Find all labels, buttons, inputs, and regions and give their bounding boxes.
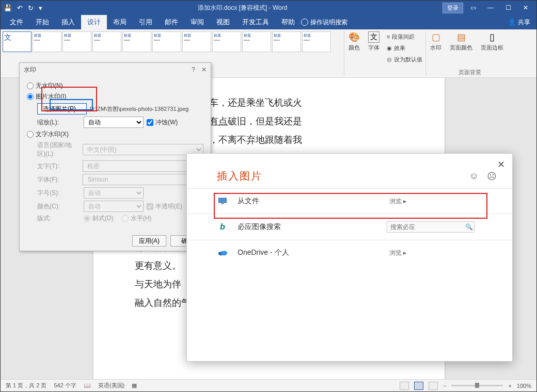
bing-icon: b bbox=[217, 222, 228, 232]
option-label: OneDrive - 个人 bbox=[238, 248, 289, 257]
save-icon[interactable]: 💾 bbox=[4, 4, 12, 12]
font-select: Simsun bbox=[83, 174, 203, 185]
bing-search-input[interactable] bbox=[387, 221, 475, 233]
color-label: 颜色(C): bbox=[37, 202, 81, 211]
radio-picture-watermark[interactable]: 图片水印(I) bbox=[27, 92, 66, 101]
share-button[interactable]: 👤共享 bbox=[508, 18, 530, 27]
qat-more-icon[interactable]: ▾ bbox=[39, 4, 42, 12]
theme-thumb[interactable]: 标题━━━ bbox=[33, 31, 61, 52]
tab-help[interactable]: 帮助 bbox=[275, 15, 301, 29]
tell-me[interactable]: 操作说明搜索 bbox=[301, 15, 348, 29]
maximize-icon[interactable]: ☐ bbox=[500, 4, 516, 11]
watermark-icon: ▢ bbox=[430, 31, 441, 43]
dialog-title: 水印 bbox=[24, 66, 36, 74]
tab-developer[interactable]: 开发工具 bbox=[236, 15, 275, 29]
scale-label: 缩放(L): bbox=[37, 118, 81, 127]
tab-design[interactable]: 设计 bbox=[81, 15, 107, 29]
search-icon[interactable]: 🔍 bbox=[465, 223, 473, 231]
spacing-icon: ≡ bbox=[387, 34, 390, 40]
theme-thumb[interactable]: 标题━━━ bbox=[182, 31, 211, 52]
theme-thumb[interactable]: 标题━━━ bbox=[212, 31, 241, 52]
theme-thumb[interactable]: 文 bbox=[3, 31, 31, 52]
effects-button[interactable]: ◉效果 bbox=[387, 43, 422, 53]
close-icon[interactable]: ✕ bbox=[518, 4, 533, 11]
help-icon[interactable]: ? bbox=[192, 66, 195, 73]
semitransparent-checkbox: 半透明(E) bbox=[147, 202, 182, 211]
set-default-button[interactable]: ◎设为默认值 bbox=[387, 54, 422, 64]
close-icon[interactable]: ✕ bbox=[201, 66, 207, 73]
group-label: 页面背景 bbox=[426, 69, 514, 76]
undo-icon[interactable]: ↶ bbox=[17, 4, 23, 12]
redo-icon[interactable]: ↻ bbox=[28, 4, 34, 12]
radio-horizontal: 水平(H) bbox=[122, 214, 152, 223]
window-title: 添加水印.docx [兼容模式] - Word bbox=[42, 4, 443, 12]
language-select: 中文(中国) bbox=[83, 144, 203, 155]
tab-home[interactable]: 开始 bbox=[29, 15, 55, 29]
dialog-titlebar[interactable]: 水印 ? ✕ bbox=[20, 63, 211, 76]
spellcheck-icon[interactable]: 📖 bbox=[84, 382, 91, 389]
ribbon-options-icon[interactable]: ▭ bbox=[465, 4, 481, 11]
tutorial-highlight bbox=[214, 193, 487, 219]
page-count[interactable]: 第 1 页，共 2 页 bbox=[6, 382, 46, 389]
theme-thumb[interactable]: 标题━━━ bbox=[242, 31, 271, 52]
word-count[interactable]: 542 个字 bbox=[54, 382, 76, 389]
theme-thumb[interactable]: 标题━━━ bbox=[62, 31, 91, 52]
zoom-in-button[interactable]: + bbox=[508, 383, 511, 389]
theme-thumb[interactable]: 标题━━━ bbox=[122, 31, 151, 52]
zoom-slider[interactable] bbox=[451, 385, 503, 386]
minimize-icon[interactable]: — bbox=[483, 4, 498, 11]
close-icon[interactable]: ✕ bbox=[497, 159, 505, 170]
read-mode-button[interactable] bbox=[400, 382, 409, 390]
picture-path: D:\ZM\首图\pexels-photo-1382731.jpeg bbox=[90, 105, 188, 113]
group-formatting: 🎨 颜色 文 字体 ≡段落间距 ◉效果 ◎设为默认值 bbox=[344, 29, 425, 77]
theme-thumb[interactable]: 标题━━━ bbox=[272, 31, 301, 52]
tab-layout[interactable]: 布局 bbox=[107, 15, 133, 29]
tab-references[interactable]: 引用 bbox=[133, 15, 159, 29]
theme-thumb[interactable]: 标题━━━ bbox=[302, 31, 331, 52]
scale-select[interactable]: 自动 bbox=[84, 117, 144, 128]
size-select: 自动 bbox=[84, 187, 144, 199]
select-picture-button[interactable]: 选择图片(P)... bbox=[37, 103, 87, 115]
size-label: 字号(S): bbox=[37, 189, 81, 198]
tab-insert[interactable]: 插入 bbox=[55, 15, 81, 29]
language-label: 语言(国家/地区)(L): bbox=[37, 141, 80, 158]
layout-label: 版式: bbox=[37, 214, 81, 223]
washout-checkbox[interactable]: 冲蚀(W) bbox=[147, 118, 178, 127]
login-button[interactable]: 登录 bbox=[443, 3, 463, 13]
language-status[interactable]: 英语(美国) bbox=[98, 382, 124, 389]
colors-button[interactable]: 🎨 颜色 bbox=[344, 29, 364, 77]
option-label: 必应图像搜索 bbox=[238, 222, 281, 232]
tab-review[interactable]: 审阅 bbox=[184, 15, 210, 29]
fonts-button[interactable]: 文 字体 bbox=[364, 29, 384, 77]
theme-thumb[interactable]: 标题━━━ bbox=[92, 31, 121, 52]
color-select: 自动 bbox=[84, 201, 144, 212]
page-borders-icon: ▯ bbox=[486, 31, 498, 43]
svg-point-3 bbox=[221, 251, 227, 255]
happy-face-icon[interactable]: ☺ bbox=[469, 171, 479, 182]
option-onedrive[interactable]: OneDrive - 个人 浏览 ▸ bbox=[187, 240, 512, 265]
web-layout-button[interactable] bbox=[429, 382, 438, 390]
print-layout-button[interactable] bbox=[414, 382, 423, 390]
tell-me-label: 操作说明搜索 bbox=[310, 18, 348, 27]
apply-button[interactable]: 应用(A) bbox=[132, 235, 166, 247]
radio-text-watermark[interactable]: 文字水印(X) bbox=[27, 130, 69, 139]
zoom-out-button[interactable]: − bbox=[443, 383, 446, 389]
radio-diagonal: 斜式(D) bbox=[84, 214, 114, 223]
colors-icon: 🎨 bbox=[349, 31, 360, 43]
theme-thumb[interactable]: 标题━━━ bbox=[152, 31, 181, 52]
browse-link[interactable]: 浏览 ▸ bbox=[389, 249, 406, 256]
tab-file[interactable]: 文件 bbox=[4, 15, 29, 29]
sad-face-icon[interactable]: ☹ bbox=[487, 171, 497, 182]
tab-mailings[interactable]: 邮件 bbox=[159, 15, 184, 29]
dialog-title: 插入图片 bbox=[217, 169, 262, 183]
zoom-level[interactable]: 100% bbox=[517, 383, 531, 389]
watermark-dialog: 水印 ? ✕ 无水印(N) 图片水印(I) 选择图片(P)... D:\ZM\首… bbox=[19, 62, 211, 251]
paragraph-spacing-button[interactable]: ≡段落间距 bbox=[387, 31, 422, 42]
tab-view[interactable]: 视图 bbox=[210, 15, 236, 29]
macro-icon[interactable]: ▦ bbox=[132, 382, 137, 389]
text-select: 机密 bbox=[83, 160, 203, 172]
radio-no-watermark[interactable]: 无水印(N) bbox=[27, 81, 63, 90]
bulb-icon bbox=[301, 19, 308, 26]
quick-access-toolbar: 💾 ↶ ↻ ▾ bbox=[4, 4, 42, 12]
insert-picture-dialog: ✕ 插入图片 ☺ ☹ 从文件 浏览 ▸ b 必应图像搜索 🔍 OneDrive … bbox=[186, 153, 513, 362]
